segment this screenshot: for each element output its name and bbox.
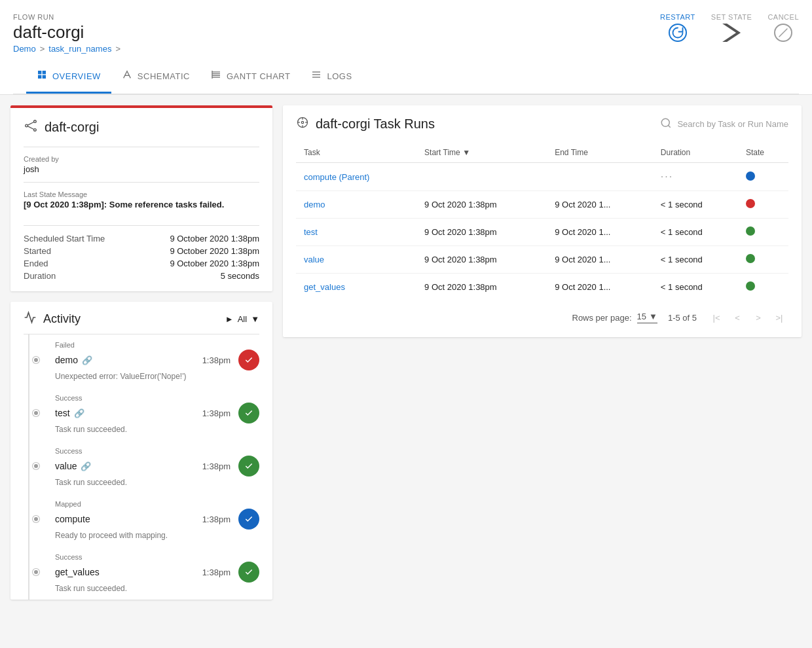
task-name-cell[interactable]: demo [296,191,416,219]
activity-header: Activity ► All ▼ [10,302,272,334]
restart-button[interactable]: RESTART [660,13,695,42]
item-desc: Task run succeeded. [55,425,259,434]
logs-icon [311,69,322,82]
flow-info-body: daft-corgi Created by josh Last State Me… [10,108,272,291]
breadcrumb-sep1: > [40,44,45,54]
svg-rect-2 [43,71,46,74]
cancel-button[interactable]: CANCEL [767,13,799,42]
started-value: 9 October 2020 1:38pm [115,246,259,256]
schematic-icon [122,69,132,82]
flow-name: daft-corgi [45,120,99,135]
rows-per-page-select[interactable]: 15 ▼ [637,312,657,323]
item-time: 1:38pm [202,408,231,418]
state-cell [738,219,788,246]
restart-label: RESTART [660,13,695,21]
page-info: 1-5 of 5 [668,313,697,323]
task-name-cell[interactable]: value [296,246,416,274]
list-item: Failed demo 🔗 1:38pm [24,334,259,387]
search-box[interactable]: Search by Task or Run Name [660,117,788,132]
list-item: Success test 🔗 1:38pm [24,387,259,441]
next-page-button[interactable]: > [749,308,767,327]
activity-list: Failed demo 🔗 1:38pm [10,334,272,600]
activity-card: Activity ► All ▼ Failed [10,302,272,600]
table-row: value 9 Oct 2020 1:38pm 9 Oct 2020 1... … [296,246,788,274]
created-by-label: Created by [24,155,259,163]
link-icon[interactable]: 🔗 [82,355,92,365]
filter-label: All [238,314,247,324]
tab-gantt[interactable]: GANTT CHART [200,60,301,94]
state-dot [746,226,755,236]
state-cell [738,246,788,274]
created-by-value: josh [24,164,259,174]
task-runs-table: Task Start Time ▼ End Time Duration Stat… [296,143,788,300]
svg-point-25 [662,118,670,126]
activity-pin-wrap [24,394,48,416]
ended-value: 9 October 2020 1:38pm [115,259,259,268]
activity-item-body: Failed demo 🔗 1:38pm [48,341,259,381]
search-icon [660,117,672,132]
activity-item-body: Success get_values 1:38pm [48,553,259,593]
task-link[interactable]: compute (Parent) [304,172,369,182]
list-item: Mapped compute 1:38pm [24,494,259,547]
task-name-cell[interactable]: compute (Parent) [296,163,416,191]
start-time-cell [416,163,547,191]
item-right: 1:38pm [202,509,259,530]
activity-pin-wrap [24,447,48,469]
svg-rect-1 [38,71,41,74]
task-runs-header: daft-corgi Task Runs Search by Task or R… [296,116,788,132]
svg-line-26 [669,125,671,127]
info-divider2 [24,182,259,183]
state-msg-bold: Some reference tasks failed. [109,200,225,209]
last-state-label: Last State Message [24,190,259,198]
col-end-time: End Time [547,143,653,163]
start-time-cell: 9 Oct 2020 1:38pm [416,191,547,219]
breadcrumb-demo[interactable]: Demo [13,44,36,54]
filter-chevron: ▼ [251,314,259,324]
set-state-button[interactable]: SET STATE [711,13,752,42]
task-link[interactable]: test [304,227,318,237]
tab-schematic-label: SCHEMATIC [138,71,190,81]
table-row: test 9 Oct 2020 1:38pm 9 Oct 2020 1... <… [296,219,788,246]
last-page-button[interactable]: >| [770,308,788,327]
svg-point-15 [34,120,37,123]
prev-page-button[interactable]: < [728,308,747,327]
link-icon[interactable]: 🔗 [74,408,84,418]
col-start-time[interactable]: Start Time ▼ [416,143,547,163]
started-label: Started [24,246,115,256]
end-time-cell [547,163,653,191]
task-runs-title: daft-corgi Task Runs [296,116,435,132]
item-dot [238,509,259,530]
task-link[interactable]: get_values [304,282,345,292]
task-name-cell[interactable]: test [296,219,416,246]
timing-grid: Scheduled Start Time 9 October 2020 1:38… [24,234,259,281]
task-link[interactable]: demo [304,200,325,209]
link-icon[interactable]: 🔗 [81,461,91,471]
tab-overview[interactable]: OVERVIEW [26,60,111,94]
last-state-value: [9 Oct 2020 1:38pm]: Some reference task… [24,200,259,209]
svg-rect-4 [43,75,46,79]
item-time: 1:38pm [202,461,231,471]
end-time-cell: 9 Oct 2020 1... [547,219,653,246]
flow-run-label: FLOW RUN [13,8,120,21]
end-time-cell: 9 Oct 2020 1... [547,246,653,274]
ellipsis: ··· [661,171,673,182]
tab-schematic[interactable]: SCHEMATIC [111,60,200,94]
filter-arrow: ► [225,314,234,324]
task-link[interactable]: value [304,255,324,264]
first-page-button[interactable]: |< [707,308,726,327]
info-divider3 [24,225,259,226]
item-status: Success [55,553,259,561]
tab-logs[interactable]: LOGS [301,60,362,94]
item-right: 1:38pm [202,456,259,477]
activity-filter[interactable]: ► All ▼ [225,314,259,324]
item-desc: Task run succeeded. [55,584,259,593]
breadcrumb-task-run-names[interactable]: task_run_names [48,44,111,54]
task-runs-card: daft-corgi Task Runs Search by Task or R… [283,105,802,337]
state-cell [738,274,788,301]
activity-pin-wrap [24,500,48,522]
activity-pin-wrap [24,553,48,575]
task-name-cell[interactable]: get_values [296,274,416,301]
rows-per-page: Rows per page: 15 ▼ [572,312,657,323]
activity-icon [24,311,37,327]
item-right: 1:38pm [202,562,259,583]
